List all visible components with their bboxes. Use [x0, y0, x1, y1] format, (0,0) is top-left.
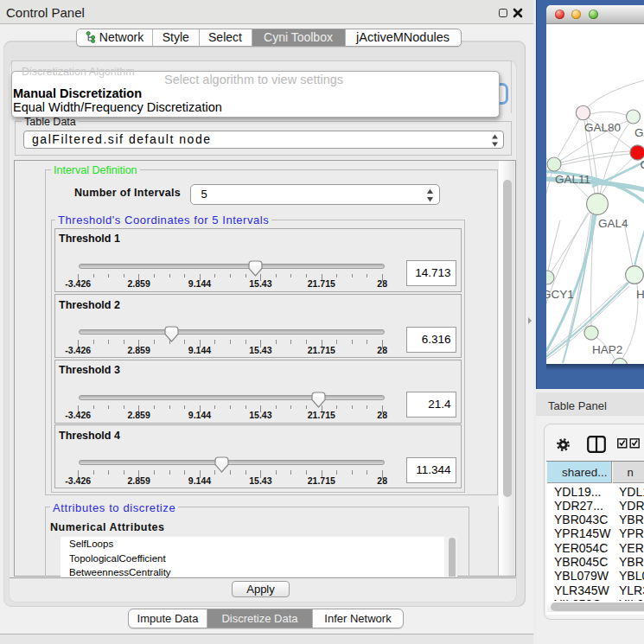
svg-text:GCY1: GCY1: [542, 288, 574, 301]
svg-text:GAL11: GAL11: [555, 173, 590, 186]
svg-text:GAL80: GAL80: [584, 121, 621, 134]
svg-text:GAL3: GAL3: [634, 126, 644, 139]
svg-text:HAP4: HAP4: [636, 288, 644, 301]
svg-text:GAL4: GAL4: [598, 217, 628, 230]
svg-text:CUP1: CUP1: [641, 158, 644, 171]
svg-text:HAP2: HAP2: [592, 343, 622, 356]
